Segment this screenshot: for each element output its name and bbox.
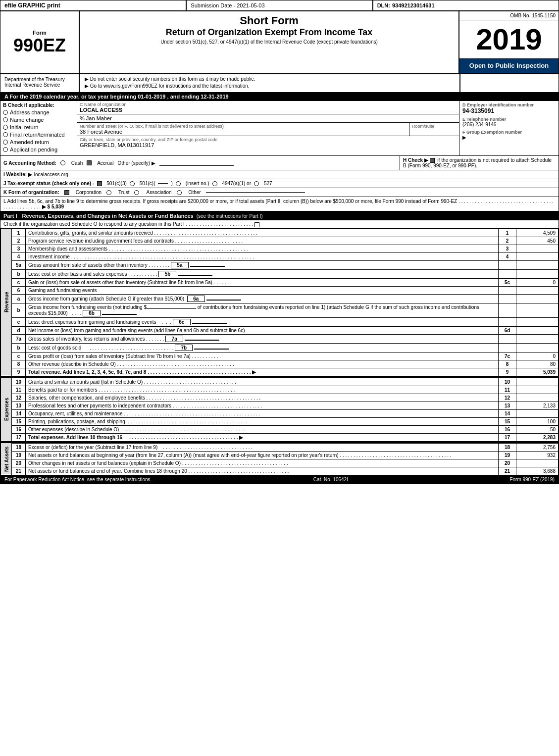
cash-radio[interactable]	[60, 160, 65, 165]
ein-value: 94-3135091	[462, 107, 556, 114]
amended-return-radio[interactable]	[3, 140, 8, 145]
f-label: F Group Exemption Number	[462, 130, 556, 135]
accrual-checkbox[interactable]	[87, 160, 92, 165]
row-21-num: 21	[12, 467, 26, 475]
name-change-row: Name change	[3, 117, 74, 123]
row-11-desc: Benefits paid to or for members . . . . …	[26, 386, 499, 394]
row-6c-amt	[516, 317, 559, 326]
row-6d-num: d	[12, 326, 26, 334]
c-label: C Name of organization	[80, 102, 457, 107]
row-10-num: 10	[12, 378, 26, 386]
initial-return-row: Initial return	[3, 124, 74, 130]
j-4947-radio[interactable]	[212, 181, 217, 186]
row-21-amt: 3,688	[516, 467, 559, 475]
row-8-line: 8	[499, 360, 516, 368]
row-5b-num: b	[12, 269, 26, 278]
part1-check-text: Check if the organization used Schedule …	[3, 221, 185, 227]
dept-name: Department of the Treasury	[4, 77, 75, 82]
row-7b-line	[499, 343, 516, 352]
j-501c-radio[interactable]	[130, 181, 135, 186]
j-4947: 4947(a)(1) or	[222, 181, 251, 186]
footer-bar: For Paperwork Reduction Act Notice, see …	[0, 475, 559, 484]
row-15-line: 15	[499, 417, 516, 425]
row-12-amt	[516, 394, 559, 402]
other-label: Other (specify) ▶	[118, 160, 155, 166]
table-row: Net Assets 18 Excess or (deficit) for th…	[1, 443, 559, 451]
net-assets-side-label: Net Assets	[1, 443, 12, 475]
table-row: 3 Membership dues and assessments . . . …	[1, 245, 559, 252]
final-return-radio[interactable]	[3, 132, 8, 137]
part1-title: Revenue, Expenses, and Changes in Net As…	[22, 213, 194, 219]
row-5b-line	[499, 269, 516, 278]
j-501c3-check[interactable]	[97, 181, 102, 186]
row-12-num: 12	[12, 394, 26, 402]
e-label: E Telephone number	[462, 117, 556, 122]
j-527-radio[interactable]	[254, 181, 259, 186]
j-insert-radio[interactable]	[176, 181, 181, 186]
part1-check-box[interactable]	[254, 222, 259, 227]
row-4-desc: Investment income . . . . . . . . . . . …	[26, 252, 499, 260]
row-2-amt: 450	[516, 237, 559, 245]
row-16-line: 16	[499, 425, 516, 433]
table-row: 4 Investment income . . . . . . . . . . …	[1, 252, 559, 260]
row-7c-num: c	[12, 352, 26, 360]
k-other-radio[interactable]	[177, 190, 182, 195]
row-5c-desc: Gain or (loss) from sale of assets other…	[26, 278, 499, 286]
k-row: K Form of organization: Corporation Trus…	[0, 188, 559, 197]
other-input[interactable]	[159, 160, 234, 166]
row-3-line: 3	[499, 245, 516, 252]
app-pending-row: Application pending	[3, 147, 74, 152]
table-row: 2 Program service revenue including gove…	[1, 237, 559, 245]
k-other-input[interactable]	[206, 192, 305, 193]
app-pending-radio[interactable]	[3, 147, 8, 152]
row-6d-amt	[516, 326, 559, 334]
row-5a-line	[499, 260, 516, 269]
j-527: 527	[264, 181, 272, 186]
dept-sub: Internal Revenue Service	[4, 82, 75, 88]
row-18-line: 18	[499, 443, 516, 451]
street-field: Number and street (or P. O. box, if mail…	[77, 123, 409, 136]
city-block: City or town, state or province, country…	[77, 136, 459, 149]
j-insert-box[interactable]	[158, 183, 168, 184]
accrual-label: Accrual	[97, 160, 113, 166]
row-14-line: 14	[499, 409, 516, 417]
g-label: G Accounting Method:	[3, 160, 56, 166]
row-17-line: 17	[499, 433, 516, 441]
table-row: 8 Other revenue (describe in Schedule O)…	[1, 360, 559, 368]
table-row: 19 Net assets or fund balances at beginn…	[1, 451, 559, 459]
name-change-radio[interactable]	[3, 117, 8, 122]
j-501c: 501(c)(	[140, 181, 155, 186]
final-return-row: Final return/terminated	[3, 132, 74, 138]
row-6b-num: b	[12, 303, 26, 317]
revenue-side-label: Revenue	[1, 229, 12, 376]
table-row: 5a Gross amount from sale of assets othe…	[1, 260, 559, 269]
row-16-num: 16	[12, 425, 26, 433]
row-15-num: 15	[12, 417, 26, 425]
row-20-num: 20	[12, 459, 26, 467]
initial-return-radio[interactable]	[3, 125, 8, 130]
row-17-num: 17	[12, 433, 26, 441]
section-a: A For the 2019 calendar year, or tax yea…	[0, 93, 559, 101]
row-15-amt: 100	[516, 417, 559, 425]
h-checkbox[interactable]	[430, 158, 435, 163]
section-b: B Check if applicable: Address change Na…	[0, 101, 77, 155]
address-change-radio[interactable]	[3, 110, 8, 115]
footer-form-ref: Form 990-EZ (2019)	[509, 477, 555, 482]
k-assoc-radio[interactable]	[134, 190, 139, 195]
row-7a-num: 7a	[12, 334, 26, 343]
row-9-num: 9	[12, 368, 26, 376]
row-5c-num: c	[12, 278, 26, 286]
table-row: b Gross income from fundraising events (…	[1, 303, 559, 317]
row-6-amt	[516, 286, 559, 294]
row-8-num: 8	[12, 360, 26, 368]
k-corp-check[interactable]	[64, 190, 69, 195]
part1-check-row: Check if the organization used Schedule …	[0, 220, 559, 228]
table-row: a Gross income from gaming (attach Sched…	[1, 294, 559, 303]
row-6c-line	[499, 317, 516, 326]
k-trust-radio[interactable]	[106, 190, 111, 195]
row-6c-desc: Less: direct expenses from gaming and fu…	[26, 317, 499, 326]
row-8-desc: Other revenue (describe in Schedule O) .…	[26, 360, 499, 368]
row-5b-amt	[516, 269, 559, 278]
org-name: LOCAL ACCESS	[80, 107, 122, 113]
app-pending-label: Application pending	[10, 147, 57, 152]
